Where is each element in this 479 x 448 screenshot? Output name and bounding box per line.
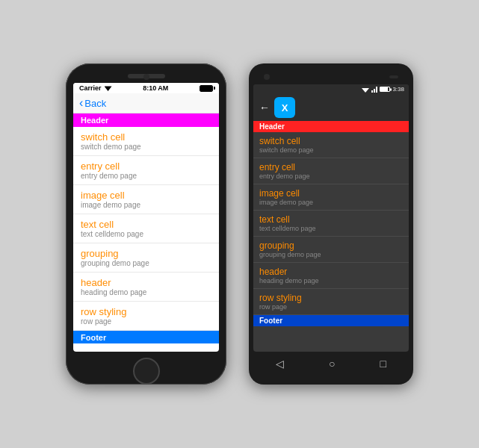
item-subtitle: heading demo page — [259, 277, 403, 284]
svg-rect-1 — [371, 90, 373, 93]
item-subtitle: text celldemo page — [81, 230, 211, 238]
app-icon: X — [274, 97, 295, 118]
item-title: text cell — [81, 219, 211, 230]
list-item[interactable]: entry cell entry demo page — [73, 156, 219, 185]
signal-icon — [371, 87, 377, 93]
android-home-button[interactable]: ○ — [329, 358, 335, 370]
android-back-button[interactable]: ◁ — [276, 358, 284, 370]
android-device: 3:38 ← X Header switch cell switch demo … — [249, 63, 413, 385]
item-title: text cell — [259, 214, 403, 225]
android-nav-bar: ◁ ○ □ — [253, 352, 409, 376]
item-subtitle: heading demo page — [81, 288, 211, 296]
list-item[interactable]: switch cell switch demo page — [73, 127, 219, 156]
iphone-camera — [143, 74, 149, 80]
list-item[interactable]: text cell text celldemo page — [253, 211, 409, 237]
item-title: row styling — [81, 306, 211, 317]
ios-carrier: Carrier — [79, 84, 112, 92]
android-status-bar: 3:38 — [253, 84, 409, 94]
carrier-label: Carrier — [79, 84, 102, 92]
item-title: image cell — [259, 188, 403, 199]
item-title: row styling — [259, 293, 403, 303]
list-item[interactable]: switch cell switch demo page — [253, 132, 409, 158]
item-subtitle: row page — [81, 317, 211, 326]
list-item[interactable]: text cell text celldemo page — [73, 214, 219, 243]
android-screen: 3:38 ← X Header switch cell switch demo … — [253, 84, 409, 352]
ios-list-footer: Footer — [73, 331, 219, 343]
android-list-footer: Footer — [253, 315, 409, 326]
item-subtitle: image demo page — [259, 199, 403, 206]
list-item[interactable]: image cell image demo page — [73, 185, 219, 214]
list-item[interactable]: row styling row page — [73, 302, 219, 331]
item-subtitle: entry demo page — [81, 172, 211, 180]
item-subtitle: grouping demo page — [81, 259, 211, 267]
item-subtitle: image demo page — [81, 201, 211, 209]
list-item[interactable]: header heading demo page — [73, 273, 219, 302]
item-subtitle: switch demo page — [81, 143, 211, 151]
item-title: header — [259, 267, 403, 277]
item-title: grouping — [81, 248, 211, 259]
ios-status-bar: Carrier 8:10 AM — [73, 83, 219, 93]
item-subtitle: switch demo page — [259, 146, 403, 154]
app-icon-label: X — [282, 102, 288, 113]
list-item[interactable]: image cell image demo page — [253, 184, 409, 211]
chevron-left-icon: ‹ — [79, 96, 83, 110]
ios-time: 8:10 AM — [143, 84, 168, 92]
android-camera-area — [253, 69, 409, 84]
item-subtitle: text celldemo page — [259, 225, 403, 232]
item-subtitle: entry demo page — [259, 172, 403, 180]
battery-fill — [200, 86, 212, 91]
android-speaker — [389, 75, 398, 78]
list-item[interactable]: grouping grouping demo page — [73, 243, 219, 273]
battery-icon — [380, 87, 390, 92]
iphone-screen: Carrier 8:10 AM ‹ Back Header swi — [73, 83, 219, 352]
android-time: 3:38 — [392, 86, 404, 93]
ios-nav-bar: ‹ Back — [73, 93, 219, 113]
wifi-icon — [362, 87, 369, 93]
item-title: grouping — [259, 240, 403, 251]
iphone-device: Carrier 8:10 AM ‹ Back Header swi — [66, 63, 226, 385]
android-camera — [264, 74, 270, 80]
ios-list: Header switch cell switch demo page entr… — [73, 113, 219, 343]
battery-icon — [200, 85, 213, 92]
svg-rect-2 — [374, 89, 375, 93]
back-label: Back — [84, 98, 106, 109]
iphone-home-button[interactable] — [133, 358, 160, 385]
list-item[interactable]: entry cell entry demo page — [253, 158, 409, 184]
item-title: switch cell — [259, 136, 403, 146]
devices-container: Carrier 8:10 AM ‹ Back Header swi — [51, 49, 428, 399]
ios-list-header: Header — [73, 113, 219, 127]
android-toolbar: ← X — [253, 94, 409, 121]
item-subtitle: grouping demo page — [259, 251, 403, 258]
list-item[interactable]: grouping grouping demo page — [253, 237, 409, 263]
svg-marker-0 — [362, 88, 369, 93]
svg-rect-3 — [376, 87, 377, 93]
list-item[interactable]: header heading demo page — [253, 263, 409, 289]
item-subtitle: row page — [259, 303, 403, 311]
battery-fill — [380, 87, 388, 91]
android-list: Header switch cell switch demo page entr… — [253, 121, 409, 345]
android-recent-button[interactable]: □ — [380, 358, 386, 370]
item-title: header — [81, 277, 211, 288]
android-list-header: Header — [253, 121, 409, 132]
item-title: image cell — [81, 190, 211, 201]
item-title: entry cell — [259, 162, 403, 172]
back-button[interactable]: ‹ Back — [79, 96, 106, 110]
back-arrow-icon[interactable]: ← — [259, 102, 270, 113]
item-title: switch cell — [81, 131, 211, 143]
wifi-icon — [105, 85, 112, 91]
list-item[interactable]: row styling row page — [253, 289, 409, 315]
item-title: entry cell — [81, 161, 211, 172]
